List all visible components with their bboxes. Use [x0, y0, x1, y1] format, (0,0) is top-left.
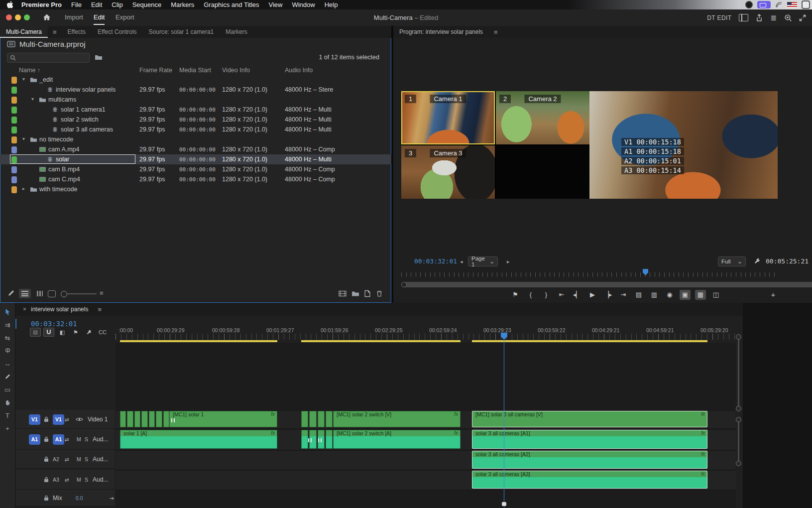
clip-segment[interactable]: [318, 411, 325, 427]
export-frame-button[interactable]: ◉: [664, 290, 675, 300]
clip-segment[interactable]: [149, 411, 155, 427]
menu-item-help[interactable]: Help: [325, 1, 338, 8]
record-status-icon[interactable]: [745, 1, 753, 8]
new-item-icon[interactable]: [364, 290, 370, 297]
expand-chevron-icon[interactable]: ▾: [22, 76, 25, 82]
mute-button[interactable]: M: [77, 456, 81, 462]
selection-tool[interactable]: [0, 306, 15, 318]
multicam-record-toggle[interactable]: ▣: [680, 290, 691, 300]
video-scroll-cap-bottom[interactable]: [736, 406, 741, 411]
panel-tab-effects[interactable]: Effects: [62, 26, 92, 38]
program-current-timecode[interactable]: 00:03:32:01: [414, 257, 457, 265]
quick-zoom-icon[interactable]: [784, 14, 792, 21]
lock-icon[interactable]: [44, 436, 49, 442]
timeline-settings-wrench[interactable]: [84, 328, 95, 337]
slip-tool[interactable]: ↔: [0, 358, 15, 370]
solo-button[interactable]: S: [85, 477, 88, 483]
source-patch-a1[interactable]: A1: [29, 434, 40, 445]
project-row[interactable]: solar 1 camera129.97 fps00:00:00:001280 …: [0, 105, 391, 115]
panel-tab-multi-camera[interactable]: Multi-Camera: [0, 26, 48, 38]
project-row[interactable]: solar 3 all cameras29.97 fps00:00:00:001…: [0, 125, 391, 134]
nest-toggle[interactable]: ⊡: [30, 328, 41, 337]
nav-tab-edit[interactable]: Edit: [94, 13, 105, 25]
hand-tool[interactable]: [0, 396, 15, 408]
multicam-view-toggle[interactable]: ▦: [695, 290, 706, 300]
apple-menu-icon[interactable]: [7, 1, 13, 8]
timeline-clip[interactable]: [MC1] solar 1fx: [169, 411, 277, 427]
menu-item-edit[interactable]: Edit: [91, 1, 102, 8]
timeline-clip[interactable]: [MC1] solar 3 all cameras [V]fx: [472, 411, 707, 427]
sync-lock-icon[interactable]: ⇄: [65, 477, 69, 483]
list-view-button[interactable]: [19, 289, 31, 298]
column-header-audio-info[interactable]: Audio Info: [285, 67, 313, 74]
share-icon[interactable]: [756, 14, 763, 22]
lock-icon[interactable]: [44, 416, 49, 422]
airdrop-icon[interactable]: [775, 1, 783, 8]
project-row[interactable]: ▾multicams: [0, 95, 391, 105]
clip-segment[interactable]: [141, 411, 147, 427]
pen-tool[interactable]: [0, 371, 15, 382]
expand-chevron-icon[interactable]: ▸: [22, 186, 25, 191]
project-row[interactable]: interview solar panels29.97 fps00:00:00:…: [0, 85, 391, 95]
track-target-a1[interactable]: A1: [53, 434, 64, 445]
add-marker-button[interactable]: ⚑: [70, 328, 81, 337]
mark-out-button[interactable]: }: [541, 290, 552, 300]
clip-segment[interactable]: [326, 430, 333, 449]
snap-toggle[interactable]: [43, 328, 54, 337]
timeline-clip[interactable]: solar 3 all cameras [A2]fx: [472, 451, 707, 469]
label-color-chip[interactable]: [11, 166, 17, 173]
audio-tracks-scrollbar[interactable]: [738, 419, 739, 463]
lock-icon[interactable]: [44, 495, 49, 501]
menu-item-premiere-pro[interactable]: Premiere Pro: [21, 1, 62, 8]
timeline-clip[interactable]: solar 3 all cameras [A3]fx: [472, 471, 707, 489]
search-bin-button[interactable]: [95, 54, 103, 61]
fullscreen-icon[interactable]: [799, 14, 806, 21]
ripple-edit-tool[interactable]: ⇆: [0, 332, 15, 344]
video-tracks-scrollbar[interactable]: [738, 337, 739, 408]
add-extra-tool[interactable]: +: [0, 422, 15, 434]
timeline-ruler-ticks[interactable]: [116, 334, 736, 340]
type-tool[interactable]: T: [0, 409, 15, 421]
timeline-clip[interactable]: solar 1 [A]fx: [120, 430, 277, 449]
label-color-chip[interactable]: [11, 136, 17, 143]
column-header-media-start[interactable]: Media Start: [179, 67, 211, 74]
next-page-arrow-icon[interactable]: ▸: [507, 258, 510, 265]
delete-icon[interactable]: [376, 290, 382, 297]
menu-item-window[interactable]: Window: [292, 1, 315, 8]
menu-item-view[interactable]: View: [269, 1, 283, 8]
program-tab[interactable]: Program: interview solar panels: [393, 26, 489, 38]
add-button[interactable]: +: [768, 290, 779, 300]
project-row[interactable]: ▾_edit: [0, 75, 391, 85]
track-target-v1[interactable]: V1: [53, 414, 64, 425]
label-color-chip[interactable]: [11, 77, 17, 84]
zoom-slider-track[interactable]: [67, 293, 97, 294]
new-bin-icon[interactable]: [351, 290, 359, 297]
mix-output-icon[interactable]: ⇥: [110, 495, 114, 501]
zoom-window-button[interactable]: [24, 14, 30, 20]
clip-segment[interactable]: [163, 411, 169, 427]
mark-in-button[interactable]: {: [525, 290, 536, 300]
menu-extra-icon[interactable]: [802, 0, 810, 9]
label-color-chip[interactable]: [11, 97, 17, 104]
clip-segment[interactable]: [326, 411, 333, 427]
lock-icon[interactable]: [44, 477, 49, 483]
mute-button[interactable]: M: [77, 477, 81, 483]
home-icon[interactable]: [43, 13, 51, 21]
label-color-chip[interactable]: [11, 176, 17, 183]
lift-button[interactable]: ▤: [633, 290, 644, 300]
sync-lock-icon[interactable]: ⇄: [65, 416, 69, 422]
audio-scroll-cap-bottom[interactable]: [736, 461, 741, 466]
column-header-frame-rate[interactable]: Frame Rate: [139, 67, 172, 74]
project-row[interactable]: cam C.mp429.97 fps00:00:00:001280 x 720 …: [0, 174, 391, 184]
clip-cut-segments[interactable]: [301, 411, 333, 427]
solo-button[interactable]: S: [85, 436, 88, 442]
settings-wrench-icon[interactable]: [754, 257, 761, 264]
close-window-button[interactable]: [6, 14, 12, 20]
clip-segment[interactable]: [156, 411, 162, 427]
menu-item-markers[interactable]: Markers: [171, 1, 194, 8]
clip-cut-segments[interactable]: [120, 411, 169, 427]
program-scrollbar[interactable]: [401, 282, 812, 287]
clip-cut-segments[interactable]: [301, 430, 333, 449]
timeline-playhead-line[interactable]: [504, 333, 504, 508]
video-frame-program-output[interactable]: V1 00:00:15:18A1 00:00:15:18A2 00:00:15:…: [589, 91, 778, 199]
